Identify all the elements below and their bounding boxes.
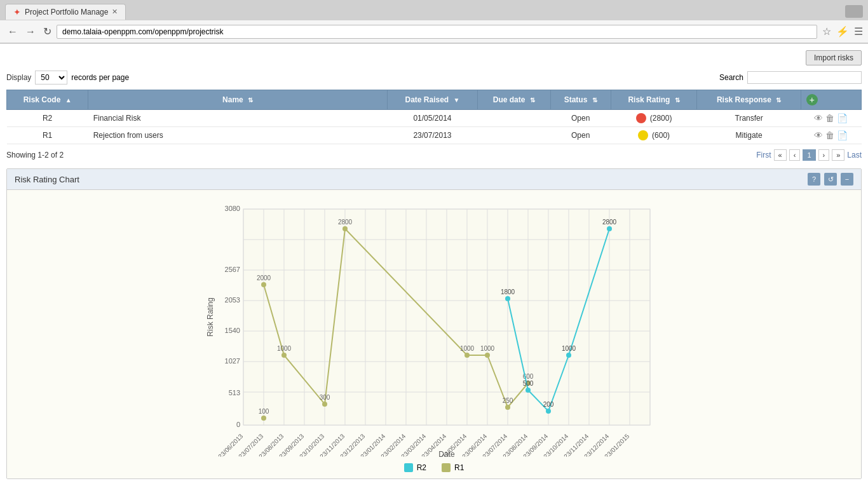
pagination-controls: First « ‹ 1 › » Last bbox=[756, 149, 862, 161]
chart-legend: R2 R1 bbox=[404, 463, 465, 472]
col-due-date[interactable]: Due date ⇅ bbox=[477, 90, 550, 110]
svg-text:2800: 2800 bbox=[338, 219, 353, 226]
svg-text:1027: 1027 bbox=[225, 357, 240, 365]
first-page-link[interactable]: First bbox=[756, 151, 771, 159]
svg-text:2053: 2053 bbox=[225, 296, 240, 304]
cell-date-raised: 23/07/2013 bbox=[387, 127, 477, 144]
col-risk-code[interactable]: Risk Code ▲ bbox=[7, 90, 88, 110]
col-name[interactable]: Name ⇅ bbox=[88, 90, 388, 110]
svg-text:300: 300 bbox=[320, 394, 330, 401]
pagination-row: Showing 1-2 of 2 First « ‹ 1 › » Last bbox=[6, 149, 862, 161]
col-risk-rating[interactable]: Risk Rating ⇅ bbox=[611, 90, 697, 110]
r1-point bbox=[505, 405, 510, 410]
col-risk-response[interactable]: Risk Response ⇅ bbox=[697, 90, 801, 110]
cell-risk-response: Transfer bbox=[697, 110, 801, 127]
col-status[interactable]: Status ⇅ bbox=[550, 90, 611, 110]
cell-name: Financial Risk bbox=[88, 110, 388, 127]
r2-point bbox=[546, 409, 551, 414]
view-icon[interactable]: 👁 bbox=[814, 130, 823, 140]
svg-text:1800: 1800 bbox=[501, 288, 515, 295]
page-1-button[interactable]: 1 bbox=[803, 149, 815, 161]
r1-point bbox=[281, 353, 287, 358]
risk-dot-yellow bbox=[638, 130, 648, 140]
nav-bar: ← → ↻ ☆ ⚡ ☰ bbox=[0, 20, 868, 43]
extensions-icon[interactable]: ⚡ bbox=[836, 25, 849, 37]
svg-text:Risk Rating: Risk Rating bbox=[206, 297, 215, 336]
svg-text:2567: 2567 bbox=[225, 266, 240, 273]
sort-arrow-due-date: ⇅ bbox=[530, 97, 535, 104]
col-date-raised[interactable]: Date Raised ▼ bbox=[387, 90, 477, 110]
r2-point bbox=[566, 353, 571, 358]
back-button[interactable]: ← bbox=[5, 25, 20, 39]
r1-point bbox=[465, 353, 470, 358]
svg-text:200: 200 bbox=[543, 401, 554, 408]
export-icon[interactable]: 📄 bbox=[837, 130, 848, 140]
delete-icon[interactable]: 🗑 bbox=[825, 113, 834, 123]
records-per-page-select[interactable]: 50 25 100 bbox=[35, 71, 67, 85]
svg-text:1000: 1000 bbox=[480, 345, 495, 352]
new-tab-button[interactable] bbox=[845, 5, 863, 18]
r2-point bbox=[505, 296, 510, 301]
top-toolbar: Import risks bbox=[6, 50, 862, 65]
chart-info-button[interactable]: ? bbox=[808, 173, 820, 186]
next-button[interactable]: › bbox=[818, 149, 830, 161]
chart-minimize-button[interactable]: − bbox=[841, 173, 853, 186]
view-icon[interactable]: 👁 bbox=[814, 113, 823, 123]
svg-text:0: 0 bbox=[236, 421, 240, 428]
svg-text:250: 250 bbox=[503, 397, 513, 404]
svg-text:100: 100 bbox=[259, 408, 269, 415]
chart-title: Risk Rating Chart bbox=[15, 175, 79, 184]
r1-point bbox=[322, 402, 327, 407]
legend-label-r2: R2 bbox=[417, 463, 426, 472]
cell-status: Open bbox=[550, 127, 611, 144]
cell-risk-code: R1 bbox=[7, 127, 88, 144]
records-per-page-label: records per page bbox=[71, 73, 129, 82]
export-icon[interactable]: 📄 bbox=[837, 113, 848, 123]
svg-text:1000: 1000 bbox=[460, 345, 475, 352]
browser-tab[interactable]: ✦ Project Portfolio Manage ✕ bbox=[5, 4, 126, 20]
sort-arrow-risk-code: ▲ bbox=[65, 97, 72, 104]
search-area: Search bbox=[719, 71, 862, 84]
svg-text:1000: 1000 bbox=[277, 345, 292, 352]
next-next-button[interactable]: » bbox=[832, 149, 844, 161]
col-actions: + bbox=[801, 90, 861, 110]
bookmark-icon[interactable]: ☆ bbox=[822, 25, 831, 37]
menu-icon[interactable]: ☰ bbox=[854, 25, 863, 37]
showing-count: Showing 1-2 of 2 bbox=[6, 151, 64, 159]
prev-button[interactable]: ‹ bbox=[789, 149, 801, 161]
cell-risk-response: Mitigate bbox=[697, 127, 801, 144]
r1-point bbox=[485, 353, 490, 358]
svg-text:1000: 1000 bbox=[562, 345, 576, 352]
last-page-link[interactable]: Last bbox=[847, 151, 862, 159]
page-content: Import risks Display 50 25 100 records p… bbox=[0, 44, 868, 488]
cell-actions: 👁 🗑 📄 bbox=[801, 127, 861, 144]
tab-close-button[interactable]: ✕ bbox=[112, 8, 118, 16]
risk-rating-chart: 0 513 1027 1540 2053 2567 3080 Risk Rati… bbox=[205, 203, 663, 457]
nav-icons: ☆ ⚡ ☰ bbox=[822, 25, 863, 37]
reload-button[interactable]: ↻ bbox=[41, 24, 54, 39]
prev-prev-button[interactable]: « bbox=[774, 149, 787, 161]
cell-due-date bbox=[477, 127, 550, 144]
cell-risk-rating: (600) bbox=[611, 127, 697, 144]
chart-refresh-button[interactable]: ↺ bbox=[824, 173, 837, 186]
search-input[interactable] bbox=[747, 71, 862, 84]
r1-point-100 bbox=[261, 416, 266, 421]
import-risks-button[interactable]: Import risks bbox=[806, 50, 862, 65]
svg-text:2800: 2800 bbox=[602, 219, 617, 226]
address-bar[interactable] bbox=[57, 25, 817, 39]
legend-color-r1 bbox=[442, 463, 451, 472]
delete-icon[interactable]: 🗑 bbox=[825, 130, 834, 140]
svg-text:513: 513 bbox=[229, 389, 240, 396]
cell-date-raised: 01/05/2014 bbox=[387, 110, 477, 127]
risk-dot-red bbox=[636, 113, 646, 123]
legend-color-r2 bbox=[404, 463, 413, 472]
legend-r2: R2 bbox=[404, 463, 426, 472]
svg-text:3080: 3080 bbox=[225, 205, 240, 212]
cell-risk-rating: (2800) bbox=[611, 110, 697, 127]
svg-text:1540: 1540 bbox=[225, 327, 240, 334]
add-risk-button[interactable]: + bbox=[806, 94, 818, 105]
r1-point bbox=[342, 226, 348, 231]
display-label: Display bbox=[6, 73, 31, 82]
search-label: Search bbox=[719, 73, 743, 82]
forward-button[interactable]: → bbox=[23, 25, 38, 39]
